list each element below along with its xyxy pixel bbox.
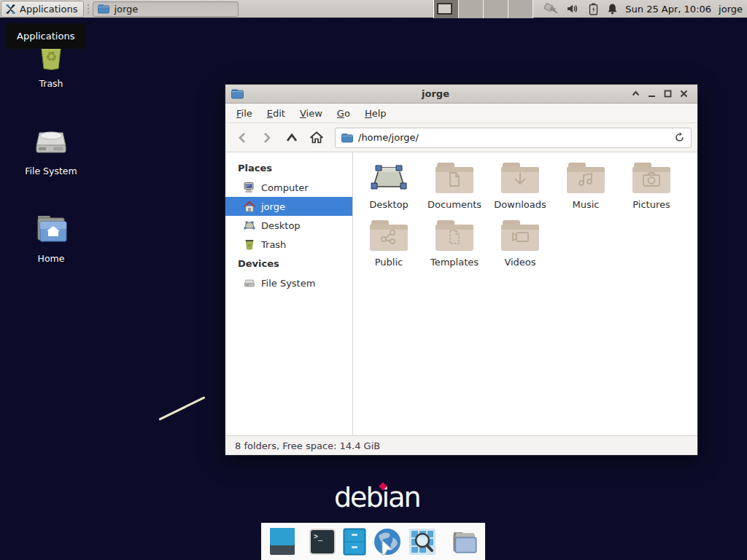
desktop-icon-label: Trash (11, 78, 91, 89)
taskbar-window-label: jorge (114, 4, 138, 15)
hard-drive-icon (32, 121, 70, 159)
minimize-button[interactable] (643, 87, 659, 101)
web-browser-launcher[interactable] (373, 527, 402, 556)
folder-icon (436, 220, 473, 251)
sidebar-item-computer[interactable]: Computer (225, 178, 352, 197)
toolbar: /home/jorge/ (225, 122, 697, 152)
svg-text:>_: >_ (314, 532, 323, 541)
desktop-icon-label: File System (11, 166, 91, 176)
sidebar-item-label: jorge (261, 201, 285, 212)
folder-item-pictures[interactable]: Pictures (619, 163, 684, 210)
panel-clock[interactable]: Sun 25 Apr, 10:06 (625, 4, 711, 15)
trash-icon: ♻ (244, 238, 255, 250)
battery-icon[interactable] (589, 3, 598, 15)
applications-menu-icon (4, 3, 17, 15)
sidebar-item-file-system[interactable]: File System (225, 273, 352, 292)
folder-item-documents[interactable]: Documents (422, 163, 487, 210)
up-button[interactable] (281, 127, 303, 149)
folder-icon (436, 163, 473, 193)
desktop-screen: debian ♻ Trash File System (0, 0, 747, 560)
folder-label: Templates (430, 257, 479, 268)
menu-edit[interactable]: Edit (260, 106, 292, 121)
terminal-launcher[interactable]: >_ (309, 528, 336, 556)
globe-browser-icon (373, 527, 402, 556)
back-button[interactable] (231, 127, 253, 149)
applications-menu-label: Applications (20, 4, 77, 15)
folder-label: Documents (427, 199, 481, 210)
menu-file[interactable]: File (230, 106, 259, 121)
home-folder-icon (32, 209, 70, 246)
debian-logo-text: debian (334, 481, 420, 513)
folder-item-music[interactable]: Music (553, 163, 619, 210)
folder-label: Desktop (369, 199, 409, 210)
folder-label: Downloads (494, 199, 546, 210)
applications-menu-button[interactable]: Applications (1, 1, 84, 18)
workspace-4[interactable] (508, 0, 533, 18)
sidebar-item-desktop[interactable]: Desktop (225, 216, 352, 235)
folder-item-downloads[interactable]: Downloads (487, 163, 553, 210)
workspace-2[interactable] (459, 0, 484, 18)
workspace-3[interactable] (484, 0, 508, 18)
dock-folder-icon (449, 528, 479, 556)
sidebar: Places Computer (225, 152, 353, 435)
file-list-view[interactable]: Desktop Documents Downloads (353, 152, 697, 435)
app-finder-launcher[interactable] (409, 528, 436, 556)
folder-launcher[interactable] (449, 528, 479, 556)
folder-item-public[interactable]: Public (356, 220, 422, 268)
window-folder-icon (231, 88, 244, 99)
sidebar-item-label: Trash (261, 239, 286, 250)
close-button[interactable] (676, 87, 692, 101)
path-bar[interactable]: /home/jorge/ (335, 128, 692, 148)
folder-icon (501, 163, 539, 193)
panel-username[interactable]: jorge (719, 4, 743, 15)
menu-go[interactable]: Go (330, 106, 357, 121)
reload-icon[interactable] (674, 132, 685, 143)
forward-button[interactable] (256, 127, 278, 149)
desktop-icon-label: Home (11, 253, 91, 264)
file-manager-launcher[interactable] (343, 528, 366, 556)
folder-icon (567, 163, 605, 193)
desktop-icon-file-system[interactable]: File System (11, 121, 91, 176)
window-titlebar[interactable]: jorge (225, 85, 697, 104)
wallpaper-swirl-line (158, 396, 205, 420)
sidebar-item-trash[interactable]: ♻ Trash (225, 235, 352, 254)
show-desktop-button[interactable] (269, 527, 295, 556)
network-icon[interactable] (543, 3, 558, 15)
volume-icon[interactable] (567, 3, 580, 15)
menu-view[interactable]: View (293, 106, 329, 121)
notification-bell-icon[interactable] (607, 3, 618, 15)
home-icon (244, 201, 255, 212)
folder-icon (632, 163, 670, 193)
desktop-icon (244, 219, 255, 231)
show-desktop-icon (269, 527, 295, 556)
sidebar-item-jorge[interactable]: jorge (225, 197, 352, 216)
file-cabinet-icon (343, 528, 366, 556)
address-text[interactable]: /home/jorge/ (358, 132, 669, 143)
window-title: jorge (244, 88, 627, 99)
terminal-icon: >_ (309, 528, 336, 556)
desktop-special-icon (370, 163, 408, 193)
taskbar-window-button[interactable]: jorge (93, 1, 239, 17)
desktop-icon-home[interactable]: Home (11, 209, 91, 264)
home-button[interactable] (306, 127, 328, 149)
system-tray (543, 3, 618, 15)
bottom-dock-panel: >_ (261, 523, 485, 560)
workspace-pager[interactable] (433, 0, 533, 18)
folder-item-templates[interactable]: Templates (422, 220, 487, 268)
path-folder-icon (341, 133, 353, 143)
folder-item-videos[interactable]: Videos (487, 220, 553, 268)
window-folder-icon (98, 4, 109, 14)
maximize-button[interactable] (659, 87, 676, 101)
workspace-window-preview (437, 3, 452, 15)
sidebar-item-label: Desktop (261, 220, 301, 231)
drive-icon (244, 277, 255, 289)
folder-icon (370, 220, 408, 251)
svg-text:♻: ♻ (45, 49, 57, 64)
menu-help[interactable]: Help (358, 106, 393, 121)
workspace-1[interactable] (434, 0, 459, 18)
shade-button[interactable] (627, 87, 643, 101)
folder-icon (501, 220, 539, 251)
folder-item-desktop[interactable]: Desktop (356, 163, 422, 210)
places-header: Places (225, 158, 352, 178)
app-finder-icon (409, 528, 436, 556)
